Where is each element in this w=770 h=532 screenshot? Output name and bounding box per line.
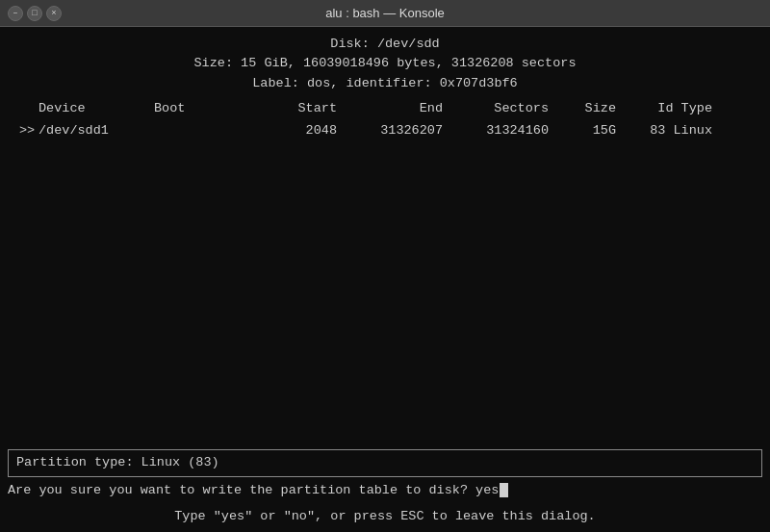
table-row: >> /dev/sdd1 2048 31326207 31324160 15G … xyxy=(0,120,770,141)
window-title: alu : bash — Konsole xyxy=(325,6,445,20)
disk-info-line1: Disk: /dev/sdd xyxy=(0,35,770,54)
cursor-block xyxy=(500,483,508,497)
partition-start: 2048 xyxy=(231,121,337,140)
minimize-button[interactable]: – xyxy=(8,6,23,21)
col-header-size: Size xyxy=(549,99,616,118)
titlebar-controls: – □ × xyxy=(8,6,62,21)
close-button[interactable]: × xyxy=(46,6,62,21)
partition-boot xyxy=(154,121,231,140)
arrow-spacer xyxy=(19,99,37,118)
partition-type-label: Partition type: Linux (83) xyxy=(16,455,219,469)
bottom-section: Partition type: Linux (83) Are you sure … xyxy=(0,445,770,532)
col-header-device: Device xyxy=(38,99,154,118)
disk-info-block: Disk: /dev/sdd Size: 15 GiB, 16039018496… xyxy=(0,35,770,93)
confirm-line[interactable]: Are you sure you want to write the parti… xyxy=(0,477,770,504)
partition-device: /dev/sdd1 xyxy=(38,121,154,140)
partition-idtype: 83 Linux xyxy=(616,121,712,140)
confirm-prompt-text: Are you sure you want to write the parti… xyxy=(8,481,499,500)
col-header-idtype: Id Type xyxy=(616,99,712,118)
disk-info-line2: Size: 15 GiB, 16039018496 bytes, 3132620… xyxy=(0,54,770,73)
maximize-button[interactable]: □ xyxy=(27,6,42,21)
partition-sectors: 31324160 xyxy=(443,121,549,140)
help-line: Type "yes" or "no", or press ESC to leav… xyxy=(0,504,770,532)
table-header-row: Device Boot Start End Sectors Size Id Ty… xyxy=(0,97,770,120)
col-header-boot: Boot xyxy=(154,99,231,118)
col-header-end: End xyxy=(337,99,443,118)
partition-size: 15G xyxy=(549,121,616,140)
selected-arrow: >> xyxy=(19,121,37,140)
partition-end: 31326207 xyxy=(337,121,443,140)
col-header-start: Start xyxy=(231,99,337,118)
terminal-area: Disk: /dev/sdd Size: 15 GiB, 16039018496… xyxy=(0,27,770,532)
col-header-sectors: Sectors xyxy=(443,99,549,118)
titlebar: – □ × alu : bash — Konsole xyxy=(0,0,770,27)
disk-info-line3: Label: dos, identifier: 0x707d3bf6 xyxy=(0,74,770,93)
help-text: Type "yes" or "no", or press ESC to leav… xyxy=(174,509,595,523)
partition-type-box: Partition type: Linux (83) xyxy=(8,449,762,476)
